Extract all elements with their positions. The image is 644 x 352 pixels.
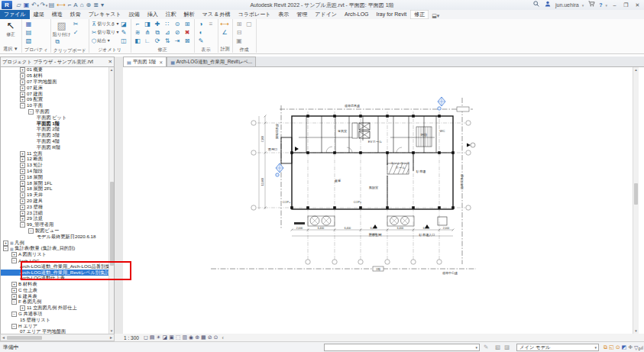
ribbon-tab-鉄骨[interactable]: 鉄骨 (66, 10, 85, 19)
tree-item[interactable]: 15 壁種リスト (1, 317, 110, 323)
sun-path-icon[interactable]: ☀ (156, 334, 160, 341)
panel-label[interactable]: 選択 ▼ (0, 45, 21, 53)
scrollbar-thumb[interactable] (110, 182, 114, 266)
tree-item[interactable]: +▦凡例 (1, 240, 110, 246)
reveal-hidden-elements-icon[interactable]: ◉ (189, 334, 193, 341)
tree-item[interactable]: 平面図 2階 (1, 127, 110, 133)
tree-item[interactable]: Arch-LOG連動_作業用_Arch-LOG品番別集計表 (1, 263, 110, 270)
ribbon-tab-表示[interactable]: 表示 (274, 10, 293, 19)
expand-icon[interactable]: + (20, 92, 25, 97)
array-icon[interactable]: ∷ (163, 20, 173, 28)
qat-save-icon[interactable]: ▣ (22, 1, 31, 9)
qat-aligned-dimension-icon[interactable]: ⌐ (66, 1, 73, 9)
create-parts-icon[interactable]: ▢ (244, 20, 254, 28)
offset-icon[interactable]: ≋ (133, 28, 143, 37)
reveal-constraints-icon[interactable]: ⊙ (214, 334, 218, 341)
expand-icon[interactable]: + (20, 175, 25, 180)
app-store-cart-icon[interactable] (587, 1, 596, 9)
delete-icon[interactable]: ✖ (183, 28, 193, 37)
tree-item[interactable]: +12 断面 (1, 157, 110, 163)
worksharing-icon[interactable]: ▨ (504, 344, 510, 351)
materials-icon[interactable]: ▧ (24, 37, 34, 45)
scroll-left-icon[interactable]: ◄ (2, 335, 5, 340)
cut-icon[interactable]: ✂ (71, 20, 81, 28)
expand-icon[interactable]: + (20, 216, 25, 221)
ribbon-tab-Iray for Revit[interactable]: Iray for Revit (373, 10, 411, 19)
revit-logo[interactable]: R (2, 1, 12, 9)
properties-icon[interactable]: ▦ (24, 20, 34, 28)
ribbon-tab-ファイル[interactable]: ファイル (0, 10, 30, 19)
drawing-area-scrollbar[interactable]: ▲ ▼ (633, 67, 639, 334)
tree-item[interactable]: 平面図 R階 (1, 144, 110, 150)
tree-item[interactable]: −平面図 (1, 109, 110, 115)
copy-icon[interactable]: ⧉ (153, 28, 163, 37)
tree-item[interactable]: 平面図 4階 (1, 139, 110, 145)
scroll-down-icon[interactable]: ▼ (109, 328, 114, 334)
expand-icon[interactable]: + (20, 211, 25, 216)
panel-label[interactable]: ジオメトリ (89, 46, 131, 53)
hide-in-view-icon[interactable]: ◑ (196, 20, 206, 28)
ribbon-tab-プレキャスト[interactable]: プレキャスト (85, 10, 125, 19)
project-browser-scrollbar[interactable]: ▲ ▼ (108, 67, 114, 334)
minimize-button[interactable]: – (610, 2, 619, 8)
search-icon[interactable] (532, 1, 541, 9)
ribbon-tab-Arch-LOG[interactable]: Arch-LOG (341, 10, 373, 19)
tree-item[interactable]: −▦集計表/数量 (集計表_目的別) (1, 246, 110, 252)
ribbon-tab-構造[interactable]: 構造 (48, 10, 66, 19)
ribbon-tab-注釈[interactable]: 注釈 (162, 10, 180, 19)
tree-item[interactable]: +09 配置 (1, 97, 110, 103)
rotate-icon[interactable]: ⟳ (153, 37, 163, 45)
create-assembly-icon[interactable]: ▣ (235, 37, 244, 45)
close-button[interactable]: ✕ (633, 2, 642, 8)
user-menu-caret-icon[interactable]: ▾ (582, 3, 584, 8)
signed-in-user-name[interactable]: jun.uehira (555, 2, 579, 8)
project-browser-header[interactable]: プロジェクト ブラウザ - サンプル意匠.rvt ✕ (0, 57, 115, 67)
tree-item[interactable]: +20 建具 (1, 199, 110, 205)
expand-icon[interactable]: + (20, 151, 25, 157)
ribbon-tab-管理[interactable]: 管理 (293, 10, 311, 19)
tree-item[interactable]: +B 材料表 (1, 282, 110, 288)
ribbon-tab-設備[interactable]: 設備 (125, 10, 144, 19)
ribbon-tab-挿入[interactable]: 挿入 (144, 10, 162, 19)
tree-item[interactable]: +07 建面 (1, 91, 110, 97)
expand-icon[interactable]: + (20, 205, 25, 210)
panel-label[interactable]: 計測 (218, 45, 232, 53)
select-underlay-elements-icon[interactable]: ◱ (609, 344, 614, 351)
panel-label[interactable]: 作成 (233, 46, 256, 53)
expand-icon[interactable]: + (11, 288, 17, 293)
override-graphics-icon[interactable]: ◐ (196, 28, 206, 37)
ribbon-tab-建築[interactable]: 建築 (30, 10, 48, 19)
paste-button[interactable]: ▨貼り付け (53, 20, 71, 37)
collapse-icon[interactable]: − (20, 222, 25, 228)
tree-item[interactable]: −Arch-LOG (1, 258, 110, 264)
scroll-up-icon[interactable]: ▲ (633, 67, 639, 73)
active-workset-combobox[interactable]: ▾ (324, 344, 480, 351)
tree-item[interactable]: 平面図 ピット (1, 115, 110, 121)
user-account-icon[interactable] (544, 1, 552, 9)
collapse-icon[interactable]: − (28, 109, 34, 115)
tree-item[interactable]: Arch-LOG連動_作業用_Revitレベル別集計表 (1, 270, 110, 276)
collapse-icon[interactable]: − (28, 228, 34, 234)
demolish-icon[interactable]: ✎ (119, 28, 129, 37)
expand-icon[interactable]: + (11, 294, 17, 299)
restore-button[interactable]: ❐ (622, 2, 630, 8)
panel-label[interactable]: クリップボード (51, 47, 89, 54)
tree-item[interactable]: 平面図 1階 (1, 121, 110, 127)
worksharing-display-icon[interactable]: ⊕ (195, 334, 199, 341)
expand-icon[interactable]: + (20, 199, 25, 204)
modify-selector-icon[interactable]: ⬓▾ (432, 13, 439, 19)
join-button[interactable]: ⬡結合 ▾ (91, 37, 119, 45)
qat-measure-icon[interactable]: ⟷ (56, 1, 66, 9)
expand-icon[interactable]: + (11, 252, 17, 257)
tree-item[interactable]: +13 矩計 (1, 163, 110, 169)
scrollbar-thumb[interactable] (634, 183, 638, 205)
expand-icon[interactable]: + (11, 282, 17, 287)
design-option-combobox[interactable]: メイン モデル ▾ (516, 344, 599, 351)
mirror-pick-axis-icon[interactable]: ◧ (133, 37, 143, 45)
show-crop-region-icon[interactable]: ⬚ (176, 334, 181, 341)
display-settings-icon[interactable]: ≡ (206, 20, 216, 28)
collapse-icon[interactable]: − (11, 324, 17, 329)
tree-item[interactable]: +29 法規 (1, 216, 110, 222)
expand-icon[interactable]: + (20, 169, 25, 174)
tree-item[interactable]: +19 天井 (1, 192, 110, 199)
